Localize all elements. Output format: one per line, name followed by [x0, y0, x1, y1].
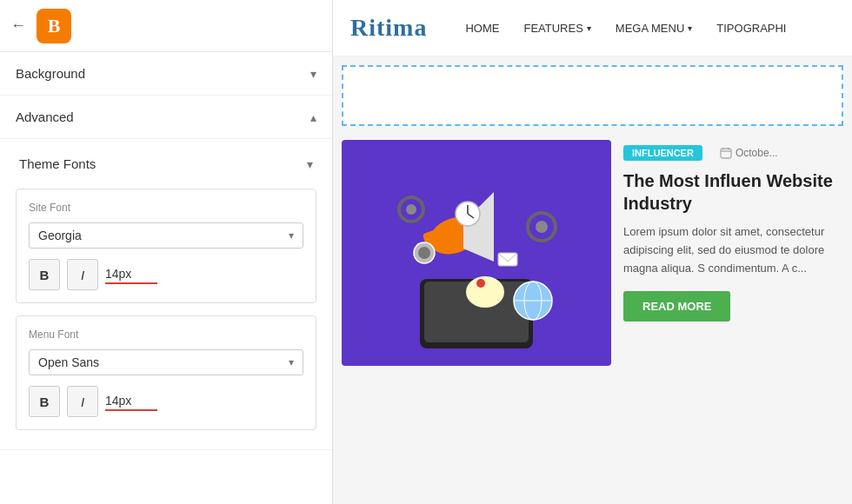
- menu-font-size-input[interactable]: [105, 392, 157, 411]
- menu-font-bold-button[interactable]: B: [29, 386, 60, 417]
- blog-text-content: INFLUENCER Octobe... The Most Influen We…: [623, 140, 843, 366]
- preview-nav: Ritima HOME FEATURES ▾ MEGA MENU ▾ TIPOG…: [333, 0, 852, 56]
- blogger-logo: B: [37, 9, 71, 43]
- blog-title: The Most Influen Website Industry: [623, 169, 843, 215]
- menu-font-controls: B I: [29, 386, 303, 417]
- menu-font-value: Open Sans: [38, 355, 289, 369]
- blog-tag: INFLUENCER: [623, 145, 702, 161]
- advanced-label: Advanced: [16, 109, 74, 124]
- menu-font-select[interactable]: Open Sans ▾: [29, 349, 303, 375]
- selection-area: [342, 65, 843, 126]
- site-font-italic-button[interactable]: I: [67, 259, 98, 290]
- blog-excerpt: Lorem ipsum dolor sit amet, consectetur …: [623, 223, 843, 277]
- svg-point-6: [466, 276, 504, 308]
- site-font-card: Site Font Georgia ▾ B I: [16, 189, 316, 303]
- preview-logo: Ritima: [350, 14, 427, 42]
- site-font-bold-button[interactable]: B: [29, 259, 60, 290]
- theme-fonts-chevron: ▾: [307, 157, 313, 171]
- preview-panel: Ritima HOME FEATURES ▾ MEGA MENU ▾ TIPOG…: [333, 0, 852, 504]
- menu-font-card: Menu Font Open Sans ▾ B I: [16, 315, 316, 430]
- calendar-icon: [720, 147, 732, 159]
- site-font-size-input[interactable]: [105, 265, 157, 284]
- svg-point-17: [476, 279, 485, 288]
- blog-illustration: [342, 140, 611, 366]
- site-font-select[interactable]: Georgia ▾: [29, 222, 303, 249]
- nav-tipographi[interactable]: TIPOGRAPHI: [704, 22, 798, 35]
- mega-menu-dropdown-arrow: ▾: [688, 23, 692, 33]
- menu-font-label: Menu Font: [29, 328, 303, 341]
- nav-home[interactable]: HOME: [453, 22, 511, 35]
- advanced-section-header[interactable]: Advanced ▴: [0, 96, 332, 139]
- background-section-header[interactable]: Background ▾: [0, 52, 332, 96]
- site-font-label: Site Font: [29, 202, 303, 214]
- svg-point-13: [536, 221, 548, 233]
- read-more-button[interactable]: READ MORE: [623, 291, 730, 322]
- svg-rect-21: [721, 149, 731, 158]
- back-button[interactable]: ←: [10, 17, 26, 35]
- svg-point-11: [406, 204, 416, 215]
- menu-font-italic-button[interactable]: I: [67, 386, 98, 417]
- advanced-section-content: Theme Fonts ▾ Site Font Georgia ▾ B I Me…: [0, 139, 332, 450]
- blogger-letter: B: [48, 15, 61, 37]
- blog-preview: INFLUENCER Octobe... The Most Influen We…: [333, 131, 852, 375]
- top-bar: ← B: [0, 0, 332, 52]
- nav-mega-menu[interactable]: MEGA MENU ▾: [603, 22, 704, 35]
- blog-image: [342, 140, 611, 366]
- svg-point-15: [418, 247, 430, 259]
- preview-nav-links: HOME FEATURES ▾ MEGA MENU ▾ TIPOGRAPHI: [453, 22, 798, 35]
- features-dropdown-arrow: ▾: [587, 23, 591, 33]
- nav-features[interactable]: FEATURES ▾: [511, 22, 602, 35]
- site-font-value: Georgia: [38, 229, 289, 242]
- background-label: Background: [16, 66, 85, 81]
- advanced-chevron: ▴: [310, 110, 316, 124]
- site-font-arrow: ▾: [289, 229, 294, 242]
- svg-rect-16: [498, 253, 517, 266]
- theme-fonts-label: Theme Fonts: [19, 156, 96, 171]
- blog-date: Octobe...: [720, 147, 778, 159]
- menu-font-arrow: ▾: [289, 356, 294, 368]
- site-font-controls: B I: [29, 259, 303, 290]
- theme-fonts-select[interactable]: Theme Fonts ▾: [16, 151, 316, 176]
- background-chevron: ▾: [310, 67, 316, 81]
- left-panel: ← B Background ▾ Advanced ▴ Theme Fonts …: [0, 0, 333, 504]
